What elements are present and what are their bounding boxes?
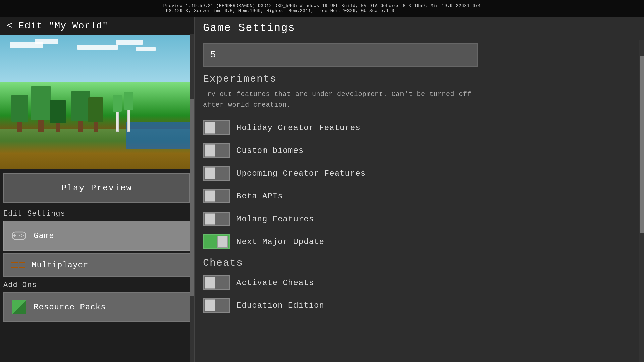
toggle-row-molang: Molang Features [203,210,636,228]
toggle-activate-cheats[interactable] [203,275,230,290]
tree-6 [112,95,122,132]
sidebar-item-multiplayer-label: Multiplayer [32,261,88,270]
sidebar-item-multiplayer[interactable]: Multiplayer [3,253,190,277]
cloud-2 [35,39,58,44]
world-image [0,35,194,169]
sidebar-item-resource-packs-label: Resource Packs [34,303,106,312]
value-display[interactable]: 5 [203,43,478,67]
right-scrollbar[interactable] [639,40,644,362]
toggle-molang[interactable] [203,212,230,226]
toggle-row-next-major: Next Major Update [203,233,636,251]
left-panel: < Edit "My World" [0,17,195,362]
svg-point-5 [21,236,22,237]
multiplayer-icon [11,260,25,270]
sidebar-item-game[interactable]: Game [3,221,190,251]
svg-point-4 [23,235,24,236]
toggle-label-next-major: Next Major Update [236,237,324,246]
right-scrollbar-thumb [640,56,644,233]
toggle-label-activate-cheats: Activate Cheats [236,278,314,287]
left-scrollbar[interactable] [190,34,194,362]
toggle-label-education: Education Edition [236,301,324,310]
toggle-custom-biomes[interactable] [203,143,230,158]
edit-settings-label: Edit Settings [0,207,194,219]
world-preview [0,35,194,169]
back-button[interactable]: < Edit "My World" [0,17,194,35]
addons-label: Add-Ons [0,278,194,291]
tree-1 [10,95,30,132]
svg-rect-2 [13,235,16,236]
toggle-next-major[interactable] [203,234,230,249]
debug-line-1: Preview 1.19.59.21 (RENDERDRAGON) D3D12 … [163,3,481,8]
toggle-beta-apis[interactable] [203,189,230,203]
cloud-3 [77,45,118,50]
main-container: < Edit "My World" [0,17,644,362]
toggle-holiday-creator[interactable] [203,120,230,135]
toggle-education[interactable] [203,298,230,313]
resource-packs-icon [11,299,28,315]
toggle-label-beta-apis: Beta APIs [236,192,283,201]
debug-line-2: FPS:129.3, ServerTime:0.0, Mem:1969, Hig… [163,8,481,13]
svg-point-6 [19,235,20,236]
cloud-5 [136,47,156,51]
svg-rect-7 [18,233,20,234]
toggle-label-molang: Molang Features [236,215,314,224]
sidebar-item-resource-packs[interactable]: Resource Packs [3,292,190,322]
toggle-label-upcoming-creator: Upcoming Creator Features [236,169,366,178]
svg-point-3 [21,234,22,235]
right-panel: Game Settings 5 Experiments Try out feat… [195,17,644,362]
tree-layer [0,65,194,132]
experiments-description: Try out features that are under developm… [203,89,478,110]
tree-7 [124,92,134,132]
toggle-row-custom-biomes: Custom biomes [203,141,636,160]
toggle-row-upcoming-creator: Upcoming Creator Features [203,164,636,182]
toggle-label-holiday-creator: Holiday Creator Features [236,123,361,132]
cheats-title: Cheats [203,257,636,269]
toggle-row-education: Education Edition [203,296,636,314]
toggle-row-beta-apis: Beta APIs [203,187,636,205]
toggle-row-activate-cheats: Activate Cheats [203,274,636,292]
right-content: 5 Experiments Try out features that are … [195,38,644,362]
panel-title: Game Settings [195,17,644,38]
game-icon [11,227,28,244]
left-scrollbar-thumb [190,99,194,296]
debug-bar: Preview 1.19.59.21 (RENDERDRAGON) D3D12 … [0,0,644,17]
toggle-row-holiday-creator: Holiday Creator Features [203,119,636,137]
tree-5 [87,97,104,132]
tree-3 [48,100,67,132]
toggle-upcoming-creator[interactable] [203,166,230,181]
cloud-4 [116,40,143,45]
experiments-title: Experiments [203,73,636,85]
toggle-label-custom-biomes: Custom biomes [236,146,304,155]
sidebar-item-game-label: Game [34,231,54,240]
play-preview-button[interactable]: Play Preview [3,173,190,203]
